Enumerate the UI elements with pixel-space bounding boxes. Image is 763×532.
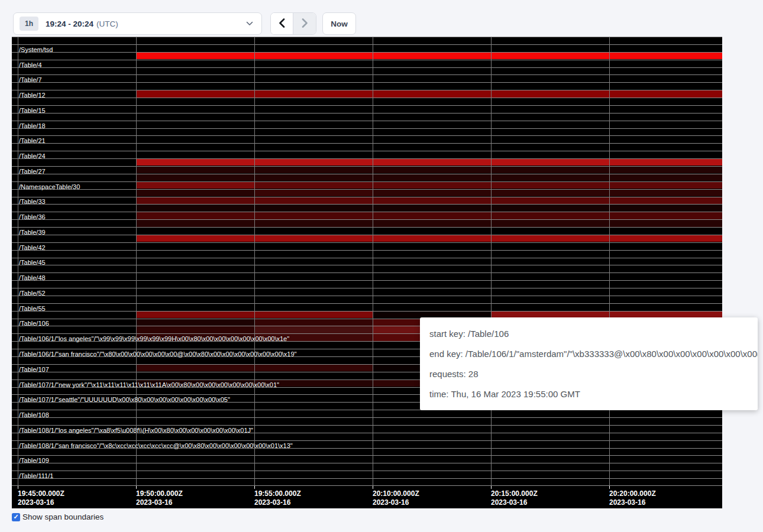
span-label: /Table/107 (19, 366, 49, 374)
span-boundary-line (12, 67, 722, 68)
span-label: /Table/4 (19, 61, 42, 69)
heat-band[interactable] (136, 182, 254, 189)
prev-time-button[interactable] (271, 13, 293, 34)
span-boundary-line (12, 121, 722, 121)
span-boundary-line (12, 98, 722, 98)
span-boundary-line (12, 128, 722, 129)
heat-band[interactable] (136, 190, 254, 196)
grid-vline (609, 37, 610, 486)
span-boundary-line (12, 135, 722, 136)
span-boundary-line (12, 219, 722, 220)
span-label: /Table/106/1/"los angeles"/"\x99\x99\x99… (19, 335, 289, 343)
span-label: /Table/52 (19, 290, 46, 297)
tooltip-start-key: start key: /Table/106 (429, 324, 748, 344)
span-boundary-line (12, 471, 722, 471)
span-boundary-line (12, 440, 722, 441)
span-boundary-line (12, 37, 722, 37)
heat-band[interactable] (254, 182, 722, 189)
heat-band[interactable] (136, 319, 254, 326)
span-boundary-line (12, 82, 722, 83)
x-axis-tick-label: 20:15:00.000Z 2023-03-16 (491, 489, 538, 507)
span-boundary-line (12, 311, 722, 312)
x-axis-tick-label: 20:10:00.000Z 2023-03-16 (373, 489, 419, 507)
x-axis-tick-label: 19:55:00.000Z 2023-03-16 (254, 489, 301, 507)
x-axis-tick-mark (18, 486, 18, 489)
span-boundary-line (12, 265, 722, 265)
tooltip-time: time: Thu, 16 Mar 2023 19:55:00 GMT (429, 384, 748, 404)
span-label: /Table/36 (19, 213, 46, 221)
heat-band[interactable] (136, 174, 722, 181)
span-boundary-line (12, 273, 722, 273)
span-boundary-line (12, 280, 722, 281)
span-label: /Table/21 (19, 137, 46, 145)
span-label: /Table/42 (19, 244, 46, 252)
heat-band[interactable] (136, 212, 722, 219)
span-boundary-line (12, 455, 722, 456)
chevron-left-icon (279, 18, 285, 30)
heat-band[interactable] (136, 167, 722, 173)
span-boundary-line (12, 174, 722, 174)
now-button[interactable]: Now (322, 12, 356, 35)
span-label: /Table/39 (19, 229, 46, 236)
grid-vline (136, 37, 137, 486)
x-axis-tick-mark (491, 486, 492, 489)
time-range-selector[interactable]: 1h 19:24 - 20:24 (UTC) (13, 12, 262, 35)
span-label: /Table/108 (19, 411, 49, 419)
show-span-boundaries-checkbox[interactable]: ✓ (12, 513, 20, 521)
span-boundary-line (12, 303, 722, 304)
x-axis: 19:45:00.000Z 2023-03-1619:50:00.000Z 20… (12, 486, 722, 508)
heat-band[interactable] (136, 326, 254, 333)
span-label: /Table/108/1/"san francisco"/"\x8c\xcc\x… (19, 442, 293, 450)
span-label: /Table/7 (19, 76, 42, 84)
grid-vline (491, 37, 492, 486)
span-label: /System/tsd (19, 46, 53, 54)
span-label: /Table/45 (19, 259, 46, 267)
x-axis-tick-label: 20:20:00.000Z 2023-03-16 (609, 489, 656, 507)
heat-band[interactable] (136, 235, 722, 242)
heat-band[interactable] (136, 53, 722, 59)
heat-band[interactable] (136, 220, 722, 226)
tooltip-requests: requests: 28 (429, 364, 748, 384)
span-label: /Table/27 (19, 168, 46, 176)
heatmap-area[interactable]: /System/tsd/Table/4/Table/7/Table/12/Tab… (12, 37, 722, 486)
span-boundary-line (12, 288, 722, 288)
span-boundary-line (12, 52, 722, 53)
span-label: /Table/24 (19, 153, 46, 160)
tooltip-end-key: end key: /Table/106/1/"amsterdam"/"\xb33… (429, 344, 748, 364)
heat-band[interactable] (254, 190, 373, 196)
span-boundary-line (12, 143, 722, 144)
span-label: /Table/48 (19, 274, 46, 282)
span-boundary-line (12, 105, 722, 106)
span-boundary-line (12, 235, 722, 235)
span-boundary-line (12, 189, 722, 190)
heat-band[interactable] (254, 326, 373, 333)
span-boundary-line (12, 204, 722, 205)
span-boundary-line (12, 425, 722, 426)
time-range-label: 19:24 - 20:24 (46, 20, 93, 28)
heat-band[interactable] (254, 319, 373, 326)
heat-band[interactable] (136, 159, 722, 166)
span-boundary-line (12, 417, 722, 418)
span-label: /Table/106/1/"san francisco"/"\x80\x00\x… (19, 351, 297, 358)
span-boundary-line (12, 212, 722, 212)
span-boundary-line (12, 478, 722, 479)
heat-band[interactable] (373, 190, 722, 196)
span-boundary-line (12, 463, 722, 463)
span-boundary-line (12, 250, 722, 251)
span-label: /Table/33 (19, 198, 46, 206)
heat-band[interactable] (136, 205, 722, 211)
next-time-button[interactable] (293, 13, 316, 34)
show-span-boundaries-toggle[interactable]: ✓ Show span boundaries (12, 512, 104, 521)
key-visualizer-canvas[interactable]: /System/tsd/Table/4/Table/7/Table/12/Tab… (12, 37, 722, 508)
span-label: /NamespaceTable/30 (19, 183, 80, 191)
span-boundary-line (12, 485, 722, 486)
heat-band[interactable] (136, 90, 722, 97)
time-nav-group (270, 12, 316, 35)
span-label: /Table/108/1/"los angeles"/"\xa8\xf5\u00… (19, 427, 253, 434)
heat-band[interactable] (136, 197, 722, 204)
toolbar: 1h 19:24 - 20:24 (UTC) Now (0, 0, 763, 37)
span-label: /Table/111/1 (19, 472, 53, 480)
time-preset-badge: 1h (20, 17, 38, 31)
span-boundary-line (12, 158, 722, 159)
show-span-boundaries-label: Show span boundaries (22, 512, 104, 521)
